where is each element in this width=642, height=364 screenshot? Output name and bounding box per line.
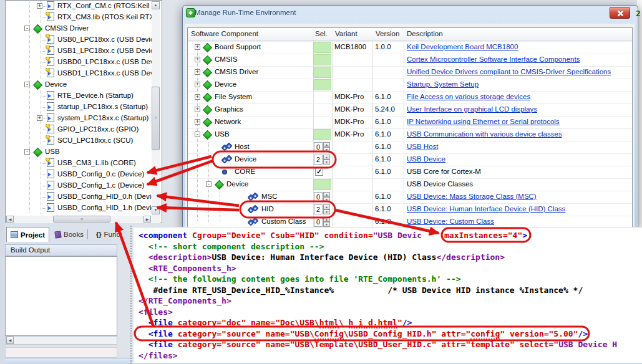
mre-table-row[interactable]: Device2▲▼6.1.0USB Device: [188, 153, 632, 166]
spinner-up-button[interactable]: ▲: [323, 217, 330, 222]
project-tree-item[interactable]: -Device: [6, 79, 152, 90]
tree-vertical-scrollbar[interactable]: ▲ ≡ ▼: [152, 1, 160, 216]
mre-table-row[interactable]: +NetworkMDK-Pro6.1.0IP Networking using …: [188, 116, 632, 128]
expand-icon[interactable]: +: [195, 119, 200, 125]
description-link[interactable]: USB Device: Mass Storage Class (MSC): [407, 193, 537, 200]
instance-count-value: 2: [314, 155, 323, 165]
panel-splitter[interactable]: [130, 226, 132, 364]
mre-table-row[interactable]: HID2▲▼6.1.0USB Device: Human Interface D…: [188, 203, 632, 216]
build-output-scrollbar[interactable]: ◀: [5, 336, 117, 345]
spinner-down-button[interactable]: ▼: [323, 160, 330, 165]
description-link[interactable]: IP Networking using Ethernet or Serial p…: [407, 118, 560, 125]
version-value: 6.1.0: [375, 168, 391, 175]
project-tree-item[interactable]: USBD_Config_HID_1.h (Device:: [6, 203, 152, 214]
expand-icon[interactable]: +: [195, 94, 200, 100]
description-link[interactable]: Unified Device Drivers compliant to CMSI…: [407, 68, 611, 75]
project-tree-item[interactable]: +system_LPC18xx.c (Startup): [6, 113, 152, 124]
scroll-right-button[interactable]: ▶: [143, 216, 151, 223]
expand-icon[interactable]: +: [195, 82, 200, 87]
project-tree-item[interactable]: +RTX_Conf_CM.c (RTOS:Keil RT: [6, 1, 152, 12]
project-tree-item[interactable]: USB_CM3_L.lib (CORE): [6, 158, 152, 169]
spinner-down-button[interactable]: ▼: [323, 209, 330, 214]
mre-table-row[interactable]: +CMSIS DriverUnified Device Drivers comp…: [188, 66, 632, 79]
spinner-up-button[interactable]: ▲: [323, 142, 330, 147]
column-header-description[interactable]: Description: [407, 30, 443, 37]
scroll-left-button[interactable]: ◀: [6, 216, 14, 223]
component-label: File System: [215, 93, 252, 100]
mre-table-row[interactable]: CORE✓6.1.0USB Core for Cortex-M: [188, 166, 632, 178]
mre-table-row[interactable]: Host0▲▼6.1.0USB Host: [188, 141, 632, 153]
description-link[interactable]: USB Communication with various device cl…: [407, 130, 562, 138]
horizontal-scroll-thumb[interactable]: ≡: [53, 216, 110, 223]
column-header-sel[interactable]: Sel.: [315, 30, 328, 37]
description-link[interactable]: File Access on various storage devices: [407, 93, 530, 100]
tree-horizontal-scrollbar[interactable]: ◀ ≡ ▶: [6, 216, 160, 223]
project-tree-item[interactable]: USBD0_LPC18xx.c (USB Device:: [6, 57, 152, 68]
collapse-icon[interactable]: -: [195, 132, 200, 137]
spinner-down-button[interactable]: ▼: [323, 147, 330, 152]
project-tree-item[interactable]: USBD_Config_1.c (Device): [6, 180, 152, 191]
tree-item-label: USB0_LPC18xx.c (USB Device:U: [57, 36, 152, 43]
code-token: <!-- the following content goes into fil…: [148, 274, 461, 284]
project-tree-item[interactable]: GPIO_LPC18xx.c (GPIO): [6, 124, 152, 135]
mre-table-row[interactable]: +GraphicsMDK-Pro5.24.0User Interface on …: [188, 103, 632, 116]
project-tree-item[interactable]: USBD_Config_HID_0.h (Device:: [6, 191, 152, 203]
vertical-scroll-thumb[interactable]: ≡: [152, 87, 160, 150]
tab-books[interactable]: Books: [51, 227, 87, 242]
tree-item-label: startup_LPC18xx.s (Startup): [57, 103, 148, 110]
project-tree-item[interactable]: RTX_CM3.lib (RTOS:Keil RTX): [6, 12, 152, 23]
project-tree-item[interactable]: startup_LPC18xx.s (Startup): [6, 102, 152, 113]
mre-table-row[interactable]: Custom Class0▲▼6.1.0USB Device: Custom C…: [188, 216, 632, 228]
project-tree-item[interactable]: USB1_LPC18xx.c (USB Device:U: [6, 46, 152, 57]
build-output-body[interactable]: [5, 256, 117, 336]
project-tree-item[interactable]: -CMSIS Driver: [6, 23, 152, 34]
scroll-down-button[interactable]: ▼: [152, 206, 160, 214]
pack-xml-code-panel[interactable]: <component Cgroup="Device" Csub="HID" co…: [134, 227, 642, 363]
spinner-up-button[interactable]: ▲: [323, 192, 330, 197]
expand-icon[interactable]: +: [195, 57, 200, 62]
description-link[interactable]: Startup, System Setup: [407, 80, 479, 88]
spinner-down-button[interactable]: ▼: [323, 222, 330, 227]
description-link[interactable]: Cortex Microcontroller Software Interfac…: [407, 55, 580, 63]
description-link[interactable]: USB Device: Human Interface Device (HID)…: [407, 205, 565, 213]
description-link[interactable]: Keil Development Board MCB1800: [407, 43, 518, 50]
expand-icon[interactable]: +: [195, 44, 200, 50]
readonly-key-icon: [46, 12, 50, 16]
mre-table-row[interactable]: -DeviceUSB Device Classes: [188, 178, 632, 191]
mre-table-row[interactable]: MSC0▲▼6.1.0USB Device: Mass Storage Clas…: [188, 191, 632, 203]
mre-table-row[interactable]: -USBMDK-Pro6.1.0USB Communication with v…: [188, 128, 632, 141]
mre-table-row[interactable]: +CMSISCortex Microcontroller Software In…: [188, 54, 632, 66]
expand-icon[interactable]: +: [195, 107, 200, 112]
column-header-softwarecomponent[interactable]: Software Component: [191, 30, 258, 37]
code-token: <RTE_Components_h>: [148, 264, 236, 273]
mre-table-row[interactable]: +Board SupportMCB18001.0.0Keil Developme…: [188, 41, 632, 54]
expand-icon[interactable]: +: [195, 69, 200, 75]
mre-table-row[interactable]: +DeviceStartup, System Setup: [188, 79, 632, 91]
mre-table-row[interactable]: +File SystemMDK-Pro6.1.0File Access on v…: [188, 91, 632, 103]
core-checkbox[interactable]: ✓: [315, 168, 323, 176]
spinner-up-button[interactable]: ▲: [323, 155, 330, 160]
project-tree-item[interactable]: USBD1_LPC18xx.c (USB Device:: [6, 68, 152, 79]
column-header-version[interactable]: Version: [376, 30, 399, 37]
project-tree-item[interactable]: -USB: [6, 146, 152, 158]
project-tree-item[interactable]: USBD_Config_0.c (Device): [6, 169, 152, 180]
collapse-icon[interactable]: -: [206, 181, 212, 187]
close-button[interactable]: [610, 7, 630, 19]
build-output-header[interactable]: Build Output: [5, 244, 117, 256]
tab-project[interactable]: Project: [6, 227, 49, 242]
component-group-icon: [203, 130, 213, 140]
description-link[interactable]: User Interface on graphical LCD displays: [407, 105, 537, 113]
scroll-up-button[interactable]: ▲: [152, 1, 160, 9]
code-token: />: [578, 329, 588, 338]
scroll-left-button[interactable]: ◀: [6, 337, 14, 344]
description-link[interactable]: USB Device: Custom Class: [407, 218, 494, 225]
project-tree-item[interactable]: SCU_LPC18xx.c (SCU): [6, 135, 152, 146]
column-header-variant[interactable]: Variant: [335, 30, 357, 37]
spinner-up-button[interactable]: ▲: [323, 204, 330, 209]
description-link[interactable]: USB Host: [407, 143, 439, 150]
spinner-down-button[interactable]: ▼: [323, 197, 330, 202]
tab-funct[interactable]: {}Funct: [92, 227, 125, 242]
description-link[interactable]: USB Device: [407, 155, 445, 163]
project-tree-item[interactable]: RTE_Device.h (Startup): [6, 90, 152, 102]
project-tree-item[interactable]: USB0_LPC18xx.c (USB Device:U: [6, 34, 152, 46]
